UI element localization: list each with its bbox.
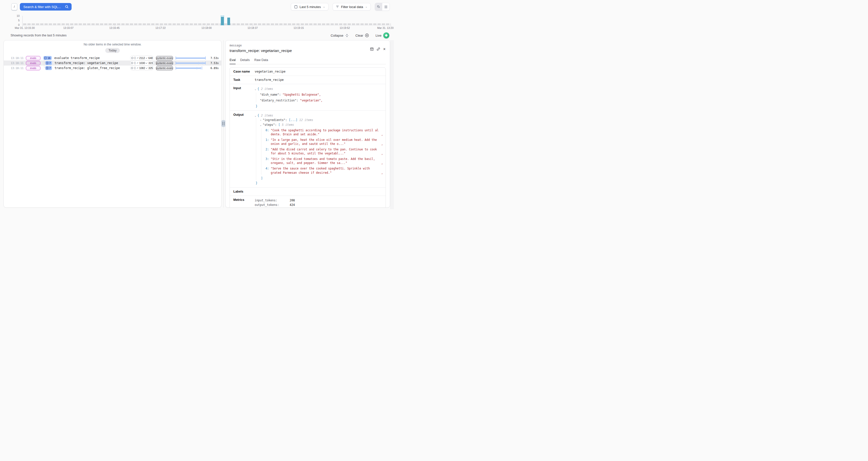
eval-detail-table: Case name vegetarian_recipe Task transfo… — [229, 67, 386, 208]
caret-down-icon[interactable]: ⌄ — [255, 114, 257, 118]
case-name-row: Case name vegetarian_recipe — [230, 67, 385, 76]
output-tokens-arrow-icon: ↙ — [146, 57, 148, 59]
clear-button[interactable]: Clear — [355, 33, 369, 37]
comma: , — [381, 132, 383, 136]
array-index: 1: — [265, 138, 269, 142]
no-older-items-text: No older items in the selected time wind… — [4, 43, 221, 46]
save-view-icon[interactable] — [370, 47, 374, 51]
tab-raw-data[interactable]: Raw Data — [254, 58, 268, 64]
row-time: 13:18:11 — [11, 57, 22, 60]
clear-circle-x-icon — [365, 33, 369, 37]
detail-tabs: Eval Details Raw Data — [229, 58, 386, 64]
x-tick-label: Mar 31. 13:15:30 — [15, 26, 35, 29]
open-bracket: [ — [278, 123, 280, 127]
metric-item: requests: 1 — [255, 207, 383, 208]
caret-down-icon[interactable]: ⌄ — [260, 123, 263, 127]
output-tokens-arrow-icon: ↙ — [146, 62, 148, 64]
items-count: 2 items — [261, 87, 273, 91]
close-bracket: ] — [261, 176, 383, 180]
tab-details[interactable]: Details — [240, 58, 250, 64]
json-string-value: "Add the diced carrot and celery to the … — [271, 147, 381, 155]
evals-tag[interactable]: evals — [26, 61, 40, 65]
selected-bar-outline[interactable] — [221, 16, 224, 25]
collapse-label: Collapse — [331, 34, 343, 37]
tab-eval[interactable]: Eval — [229, 58, 236, 64]
live-toggle[interactable]: Live — [375, 32, 389, 38]
labels-value — [255, 190, 383, 193]
open-brace: { — [257, 114, 259, 117]
x-tick-label: 13:17:22 — [155, 26, 166, 29]
histogram-bar[interactable] — [221, 17, 224, 25]
sigma-icon: Σ — [134, 57, 136, 60]
today-pill: Today — [105, 48, 120, 53]
metric-key: input_tokens: — [255, 198, 277, 203]
caret-down-icon[interactable]: ⌄ — [255, 87, 257, 91]
empty-baseline-dashes — [23, 23, 391, 25]
panel-resize-handle[interactable] — [221, 120, 225, 127]
collapse-button[interactable]: Collapse — [331, 34, 349, 37]
y-tick-10: 10 — [17, 14, 20, 17]
chevron-down-icon: ⌄ — [365, 5, 367, 8]
search-button[interactable]: Search & filter with SQL... — [20, 3, 71, 10]
span-name: transform_recipe: vegetarian_recipe — [55, 61, 118, 65]
child-count: 7 — [49, 62, 51, 64]
output-row: Output ⌄{2 items ›"ingredients": [...]12… — [230, 111, 385, 187]
x-tick-label: 13:18:37 — [247, 26, 258, 29]
coin-icon — [131, 67, 133, 69]
caret-right-icon[interactable]: › — [260, 119, 263, 122]
slash-key-label: / — [14, 5, 14, 8]
metric-key: requests: — [255, 207, 277, 208]
detail-panel-scrollbar[interactable] — [390, 40, 394, 209]
collapse-children-badge[interactable]: 16 — [43, 56, 52, 60]
trace-row[interactable]: 13:18:11 evals 7 transform_recipe: veget… — [4, 61, 221, 65]
evals-tag[interactable]: evals — [26, 56, 40, 60]
timeline-histogram[interactable]: 10 5 0 Mar 31. 13:15:30 13:16:07 13:16:4… — [14, 14, 391, 30]
filter-local-data-button[interactable]: Filter local data ⌄ — [333, 3, 371, 10]
evals-tag[interactable]: evals — [26, 66, 40, 70]
json-array-item: 1: "In a large pan, heat the olive oil o… — [265, 138, 383, 146]
tree-view-toggle[interactable] — [375, 3, 382, 10]
duration-bar[interactable] — [176, 57, 206, 60]
calendar-icon — [294, 5, 298, 8]
input-tokens-arrow-icon: ↗ — [136, 62, 138, 64]
task-label: Task — [233, 78, 255, 82]
metric-key: output_tokens: — [255, 203, 277, 207]
json-string-value: "In a large pan, heat the olive oil over… — [271, 138, 381, 146]
trace-row[interactable]: 13:18:11 evals 16 evaluate transform_rec… — [4, 56, 221, 61]
items-count: 5 items — [282, 123, 294, 127]
x-tick-label: 13:19:52 — [340, 26, 350, 29]
time-range-label: Last 5 minutes — [300, 5, 321, 9]
plot-area — [22, 16, 391, 25]
collapsed-array-preview[interactable]: [...] — [289, 118, 298, 122]
input-label: Input — [233, 86, 255, 108]
list-view-toggle[interactable] — [382, 3, 390, 10]
array-index: 2: — [265, 147, 269, 151]
json-key: "dietary_restriction": — [260, 99, 298, 102]
output-label: Output — [233, 113, 255, 185]
metrics-label: Metrics — [233, 198, 255, 208]
top-bar: / Search & filter with SQL... Last 5 min… — [0, 0, 394, 13]
duration-text: 7.53s — [206, 57, 219, 60]
view-toggle-group — [375, 3, 390, 11]
trace-row[interactable]: 13:18:11 evals 7 transform_recipe: glute… — [4, 65, 221, 70]
copy-link-icon[interactable] — [376, 47, 380, 51]
histogram-bar[interactable] — [227, 18, 230, 25]
input-tokens-count: 2112 — [140, 57, 145, 60]
output-tokens-count: 648 — [149, 57, 153, 60]
collapse-icon — [345, 34, 349, 37]
token-usage-chip: Σ ↗ 1030 ↙ 323 — [130, 61, 154, 65]
duration-bar[interactable] — [176, 66, 206, 69]
showing-records-text: Showing records from the last 5 minutes — [10, 34, 67, 37]
duration-bar[interactable] — [176, 62, 206, 64]
y-axis-labels: 10 5 0 — [14, 14, 20, 25]
time-range-button[interactable]: Last 5 minutes ⌄ — [291, 3, 329, 10]
duration-text: 7.53s — [206, 62, 219, 65]
close-icon[interactable]: ✕ — [383, 47, 386, 51]
json-string-value: "Stir in the diced tomatoes and tomato p… — [271, 157, 381, 165]
comma: , — [381, 161, 383, 165]
labels-label: Labels — [233, 190, 255, 193]
x-tick-label: 13:18:00 — [202, 26, 212, 29]
metric-item: input_tokens: 208 — [255, 198, 383, 203]
tree-connector — [44, 60, 47, 68]
child-count: 7 — [49, 66, 51, 69]
